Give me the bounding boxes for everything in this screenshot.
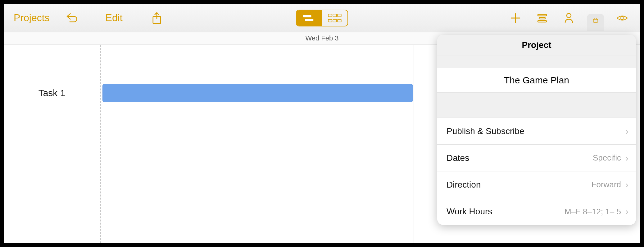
row-value: Specific [593,153,621,163]
date-label: Wed Feb 3 [305,34,338,42]
undo-icon [65,12,78,25]
toolbar-left: Projects Edit [10,9,166,27]
popover-arrow [580,35,592,36]
popover-title: Project [437,35,636,55]
chevron-right-icon: › [625,206,628,217]
svg-rect-2 [305,19,314,21]
project-inspector-button[interactable] [587,14,604,31]
svg-rect-8 [338,19,341,22]
svg-rect-1 [303,15,311,17]
view-mode-segment [296,10,348,26]
row-label: Dates [447,153,593,163]
popover-spacer [437,55,636,68]
share-icon [150,12,163,25]
project-name-field[interactable]: The Game Plan [437,68,636,93]
svg-rect-4 [333,14,337,16]
svg-point-14 [621,16,624,20]
project-inspector-popover: Project The Game Plan Publish & Subscrib… [437,35,636,225]
view-options-button[interactable] [614,9,631,27]
popover-settings-list: Publish & Subscribe › Dates Specific › D… [437,118,636,225]
undo-button[interactable] [63,9,80,27]
chevron-right-icon: › [625,179,628,190]
resources-inspector-button[interactable] [560,9,578,27]
plus-icon [509,12,522,24]
task-column-divider [100,45,101,243]
chevron-right-icon: › [625,153,628,163]
eye-icon [616,12,628,24]
svg-rect-11 [538,21,546,22]
network-icon [327,13,342,23]
task-name-label[interactable]: Task 1 [4,88,100,98]
day-divider [414,45,414,243]
svg-rect-6 [328,19,332,22]
dates-row[interactable]: Dates Specific › [437,145,636,171]
share-button[interactable] [148,9,166,27]
gantt-view-button[interactable] [297,10,322,26]
svg-rect-5 [338,14,341,16]
direction-row[interactable]: Direction Forward › [437,171,636,198]
row-label: Publish & Subscribe [447,126,621,136]
app-window: Projects Edit [4,4,640,243]
add-button[interactable] [507,9,524,27]
projects-button[interactable]: Projects [10,10,53,26]
tasks-inspector-button[interactable] [533,9,551,27]
tasks-icon [536,12,548,24]
row-label: Work Hours [447,207,565,217]
svg-rect-10 [539,17,545,19]
row-label: Direction [447,180,592,190]
edit-button[interactable]: Edit [102,10,126,26]
chevron-right-icon: › [625,126,628,137]
task-bar[interactable] [102,84,413,102]
toolbar-right [507,9,631,27]
publish-subscribe-row[interactable]: Publish & Subscribe › [437,118,636,145]
work-hours-row[interactable]: Work Hours M–F 8–12; 1– 5 › [437,198,636,225]
person-icon [563,12,575,24]
row-value: M–F 8–12; 1– 5 [565,207,621,217]
svg-rect-7 [333,19,337,22]
svg-rect-3 [328,14,332,16]
svg-rect-13 [593,19,598,22]
svg-rect-9 [538,14,546,16]
gantt-icon [302,13,317,23]
briefcase-icon [592,14,599,26]
toolbar: Projects Edit [4,4,640,32]
svg-point-12 [567,13,571,18]
row-value: Forward [592,180,621,189]
popover-spacer [437,93,636,118]
network-view-button[interactable] [322,10,347,26]
